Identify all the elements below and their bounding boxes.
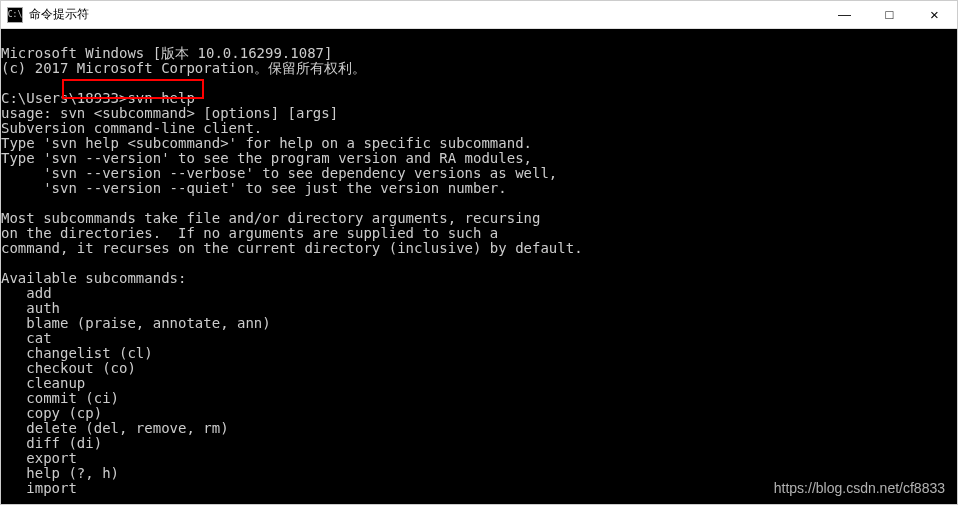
app-icon: C:\ xyxy=(7,7,23,23)
terminal-line: export xyxy=(1,450,77,466)
terminal-line: cat xyxy=(1,330,52,346)
terminal-output[interactable]: Microsoft Windows [版本 10.0.16299.1087] (… xyxy=(1,29,957,504)
terminal-line: Subversion command-line client. xyxy=(1,120,262,136)
terminal-line: on the directories. If no arguments are … xyxy=(1,225,498,241)
terminal-line: diff (di) xyxy=(1,435,102,451)
terminal-line: commit (ci) xyxy=(1,390,119,406)
terminal-line: blame (praise, annotate, ann) xyxy=(1,315,271,331)
prompt: C:\Users\18933> xyxy=(1,90,127,106)
terminal-line: checkout (co) xyxy=(1,360,136,376)
window-controls: — □ × xyxy=(822,1,957,28)
command-input: svn help xyxy=(127,90,194,106)
terminal-line: copy (cp) xyxy=(1,405,102,421)
terminal-line: Most subcommands take file and/or direct… xyxy=(1,210,540,226)
terminal-line: cleanup xyxy=(1,375,85,391)
terminal-line: Type 'svn --version' to see the program … xyxy=(1,150,532,166)
titlebar[interactable]: C:\ 命令提示符 — □ × xyxy=(1,1,957,29)
terminal-line: Available subcommands: xyxy=(1,270,186,286)
terminal-line: delete (del, remove, rm) xyxy=(1,420,229,436)
terminal-line: (c) 2017 Microsoft Corporation。保留所有权利。 xyxy=(1,60,366,76)
terminal-line: help (?, h) xyxy=(1,465,119,481)
terminal-line: import xyxy=(1,480,77,496)
terminal-line: 'svn --version --quiet' to see just the … xyxy=(1,180,507,196)
terminal-line: Type 'svn help <subcommand>' for help on… xyxy=(1,135,532,151)
terminal-line: changelist (cl) xyxy=(1,345,153,361)
close-button[interactable]: × xyxy=(912,1,957,28)
terminal-line: 'svn --version --verbose' to see depende… xyxy=(1,165,557,181)
terminal-line: add xyxy=(1,285,52,301)
terminal-line: Microsoft Windows [版本 10.0.16299.1087] xyxy=(1,45,332,61)
terminal-line: auth xyxy=(1,300,60,316)
watermark: https://blog.csdn.net/cf8833 xyxy=(774,481,945,496)
command-prompt-window: C:\ 命令提示符 — □ × Microsoft Windows [版本 10… xyxy=(0,0,958,505)
terminal-line: command, it recurses on the current dire… xyxy=(1,240,583,256)
terminal-line: usage: svn <subcommand> [options] [args] xyxy=(1,105,338,121)
maximize-button[interactable]: □ xyxy=(867,1,912,28)
prompt-line: C:\Users\18933>svn help xyxy=(1,90,195,106)
window-title: 命令提示符 xyxy=(29,6,89,23)
minimize-button[interactable]: — xyxy=(822,1,867,28)
